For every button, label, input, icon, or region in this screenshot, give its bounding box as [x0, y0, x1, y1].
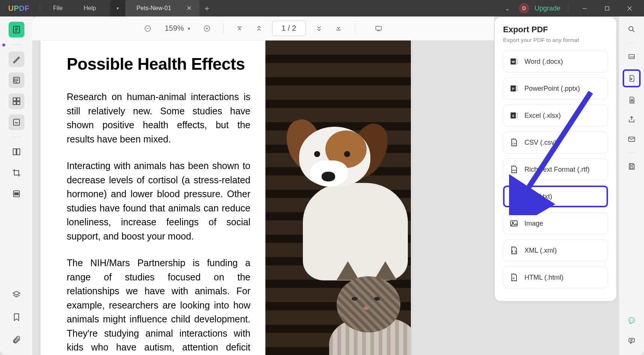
svg-rect-12 — [17, 102, 20, 105]
export-option-image[interactable]: Image — [503, 213, 608, 234]
tool-redact[interactable] — [9, 186, 24, 202]
svg-rect-11 — [13, 102, 16, 105]
tool-organize-pages[interactable] — [9, 93, 24, 109]
active-indicator-dot — [2, 43, 5, 46]
svg-rect-17 — [15, 193, 18, 195]
window-minimize-button[interactable] — [576, 3, 593, 14]
svg-text:W: W — [512, 60, 515, 64]
export-option-label: PowerPoint (.pptx) — [524, 85, 580, 93]
export-option-word[interactable]: W Word (.docx) — [503, 51, 608, 72]
zoom-out-button[interactable] — [141, 22, 154, 35]
svg-point-49 — [630, 320, 631, 321]
svg-point-41 — [629, 27, 633, 31]
export-subtitle: Export your PDF to any format — [503, 37, 608, 43]
tab-title: Pets-New-01 — [136, 5, 171, 12]
share-button[interactable] — [625, 113, 638, 126]
export-option-excel[interactable]: X Excel (.xlsx) — [503, 105, 608, 126]
export-option-powerpoint[interactable]: P PowerPoint (.pptx) — [503, 78, 608, 99]
export-option-label: Image — [524, 220, 543, 228]
pdf-page: Possible Health Effects Research on huma… — [40, 40, 411, 355]
user-avatar[interactable]: D — [519, 3, 529, 13]
svg-text:P: P — [512, 87, 514, 91]
export-option-xml[interactable]: XML (.xml) — [503, 240, 608, 261]
svg-rect-15 — [17, 149, 20, 155]
titlebar: UPDF File Help ▾ Pets-New-01 ✕ ＋ ⌄ D Upg… — [0, 0, 644, 16]
zoom-level-dropdown[interactable]: 159% ▾ — [161, 24, 193, 33]
rtf-icon: RTF — [509, 165, 518, 174]
svg-rect-14 — [13, 149, 16, 155]
menu-file[interactable]: File — [42, 5, 73, 12]
svg-rect-1 — [605, 6, 609, 10]
export-title: Export PDF — [503, 25, 608, 34]
svg-text:OCR: OCR — [630, 56, 635, 58]
tool-bookmarks[interactable] — [9, 309, 24, 325]
word-icon: W — [509, 57, 518, 66]
page-number-input[interactable]: 1 / 2 — [272, 21, 306, 36]
svg-rect-47 — [630, 164, 633, 166]
prev-page-button[interactable] — [253, 22, 265, 35]
svg-point-50 — [632, 320, 633, 321]
page-text-column: Possible Health Effects Research on huma… — [40, 40, 265, 355]
tab-active[interactable]: Pets-New-01 ✕ — [125, 0, 199, 16]
tabs-dropdown[interactable]: ▾ — [110, 0, 125, 16]
menu-help[interactable]: Help — [73, 5, 106, 12]
export-pdf-button[interactable] — [623, 69, 641, 87]
tool-fill-sign[interactable] — [9, 114, 24, 130]
tool-edit-text[interactable] — [9, 72, 24, 88]
upgrade-button[interactable]: Upgrade — [535, 4, 560, 12]
next-page-button[interactable] — [313, 22, 325, 35]
presentation-mode-button[interactable] — [372, 22, 385, 35]
sidebar-right: OCR — [619, 16, 644, 355]
svg-text:T: T — [513, 195, 515, 199]
export-panel: Export PDF Export your PDF to any format… — [495, 17, 616, 301]
window-maximize-button[interactable] — [598, 3, 616, 14]
export-option-label: HTML (.html) — [524, 274, 563, 282]
tool-attachments[interactable] — [9, 332, 24, 348]
first-page-button[interactable] — [233, 22, 246, 35]
svg-rect-9 — [13, 98, 16, 101]
tabs-overflow-chevron[interactable]: ⌄ — [501, 3, 514, 14]
last-page-button[interactable] — [332, 22, 345, 35]
svg-rect-10 — [17, 98, 20, 101]
separator — [40, 4, 40, 12]
email-button[interactable] — [625, 132, 638, 146]
save-button[interactable] — [625, 160, 638, 173]
export-option-csv[interactable]: CSV CSV (.csv) — [503, 132, 608, 153]
export-option-text[interactable]: T Text (.txt) — [503, 186, 608, 207]
window-close-button[interactable] — [621, 3, 638, 14]
titlebar-right: ⌄ D Upgrade — [501, 3, 644, 14]
xml-icon — [509, 246, 518, 255]
tab-area: ▾ Pets-New-01 ✕ ＋ — [110, 0, 214, 16]
svg-text:H: H — [513, 277, 515, 280]
powerpoint-icon: P — [509, 84, 518, 93]
svg-rect-34 — [516, 113, 517, 118]
svg-text:CSV: CSV — [512, 142, 517, 145]
export-option-label: Rich Text Format (.rtf) — [524, 166, 590, 174]
new-tab-button[interactable]: ＋ — [199, 3, 214, 14]
text-icon: T — [509, 192, 518, 201]
svg-rect-31 — [516, 86, 517, 91]
export-option-rtf[interactable]: RTF Rich Text Format (.rtf) — [503, 159, 608, 180]
zoom-in-button[interactable] — [201, 22, 213, 35]
excel-icon: X — [509, 111, 518, 120]
document-viewport[interactable]: Possible Health Effects Research on huma… — [32, 40, 494, 355]
svg-text:RTF: RTF — [512, 169, 517, 172]
tool-layers[interactable] — [9, 287, 24, 303]
comments-button[interactable] — [625, 334, 638, 348]
page-paragraph: The NIH/Mars Partnership is funding a ra… — [67, 256, 250, 355]
sidebar-right-bottom — [625, 314, 638, 355]
search-button[interactable] — [625, 22, 638, 36]
export-option-html[interactable]: H HTML (.html) — [503, 267, 608, 288]
separator — [568, 4, 568, 12]
tool-compare[interactable] — [9, 144, 24, 160]
tab-close-icon[interactable]: ✕ — [186, 4, 192, 12]
separator — [11, 44, 22, 45]
separator — [627, 43, 636, 43]
tool-crop[interactable] — [9, 165, 24, 181]
ai-assistant-button[interactable] — [625, 314, 638, 327]
ocr-button[interactable]: OCR — [625, 50, 638, 63]
tool-highlight[interactable] — [9, 51, 24, 67]
tool-reader[interactable] — [9, 22, 24, 37]
protect-button[interactable] — [625, 93, 638, 107]
page-paragraph: Interacting with animals has been shown … — [67, 159, 250, 243]
